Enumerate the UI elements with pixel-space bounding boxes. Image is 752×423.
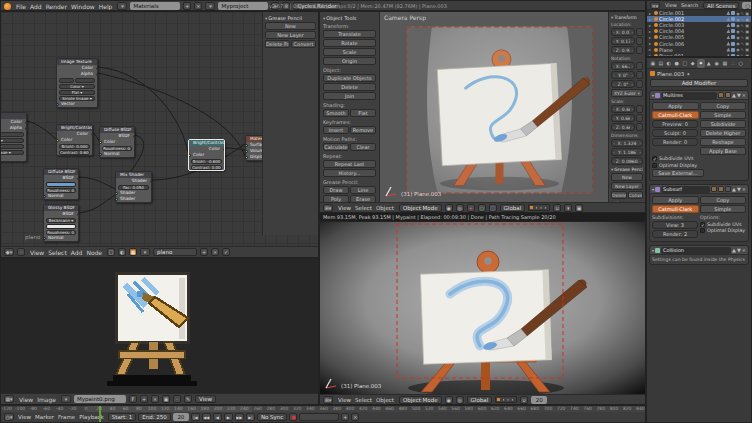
renderability-camera-icon[interactable]: ▣ bbox=[745, 29, 749, 34]
manipulator-translate-icon[interactable]: + bbox=[467, 204, 475, 212]
menu-item-view[interactable]: View bbox=[17, 396, 35, 403]
copy-button[interactable]: Copy bbox=[700, 196, 747, 204]
button-rotate[interactable]: Rotate bbox=[323, 39, 376, 47]
node-bright-contrast[interactable]: Bright/ContrastColorColorBright: 0.000Co… bbox=[56, 124, 93, 156]
button-remove[interactable]: Remove bbox=[350, 126, 376, 134]
search-input[interactable]: ○ bbox=[742, 2, 751, 9]
button-new-layer[interactable]: New Layer bbox=[611, 182, 643, 190]
selectability-arrow-icon[interactable]: ↖ bbox=[741, 35, 744, 40]
insert-keyframe-icon[interactable]: + bbox=[341, 413, 349, 421]
material-browse-icon[interactable]: ▾ bbox=[140, 248, 150, 256]
new-image-button[interactable]: + bbox=[140, 395, 148, 403]
menu-item-select[interactable]: Select bbox=[353, 397, 374, 403]
lock-icon[interactable] bbox=[636, 28, 643, 36]
jump-to-end-button[interactable]: ▶| bbox=[246, 413, 255, 421]
move-down-icon[interactable]: ▼ bbox=[737, 186, 741, 192]
subdivide-uvs-checkbox[interactable]: ✓Subdivide UVs bbox=[652, 156, 746, 161]
value-slider-y-1-186[interactable]: ‹Y: 1.186› bbox=[611, 148, 643, 156]
apply-base-button[interactable]: Apply Base bbox=[700, 147, 746, 155]
compositing-mode-icon[interactable]: ▦ bbox=[129, 248, 137, 256]
delete-modifier-icon[interactable]: × bbox=[742, 186, 746, 192]
menu-item-frame[interactable]: Frame bbox=[56, 414, 77, 420]
value-slider-z-0-08602[interactable]: ‹Z: 0.08602› bbox=[611, 157, 643, 165]
view-subdivisions-field[interactable]: View: 3 bbox=[652, 221, 698, 229]
output-socket[interactable] bbox=[223, 148, 225, 151]
image-display-mode-select[interactable]: View bbox=[195, 395, 216, 403]
save-external-button[interactable]: Save External... bbox=[652, 169, 704, 177]
selectability-arrow-icon[interactable]: ↖ bbox=[741, 29, 744, 34]
screen-browse-icon[interactable]: ▾ bbox=[117, 2, 127, 10]
node-mix-shader[interactable]: Mix ShaderShaderFac: 0.050ShaderShader bbox=[115, 171, 152, 203]
samples-field[interactable]: 20 bbox=[531, 396, 547, 404]
menu-item-select[interactable]: Select bbox=[353, 205, 374, 211]
editor-type-timeline-icon[interactable]: ◷▾ bbox=[4, 413, 14, 421]
add-screen-button[interactable]: + bbox=[183, 2, 191, 10]
subdivide-uvs-checkbox[interactable]: ✓Subdivide UVs bbox=[700, 222, 746, 227]
lock-icon[interactable] bbox=[636, 71, 643, 79]
modifier-name-field[interactable]: Subsurf bbox=[661, 186, 710, 193]
selectability-arrow-icon[interactable]: ↖ bbox=[741, 11, 744, 16]
button-flat[interactable]: Flat bbox=[350, 109, 376, 117]
button-poly[interactable]: Poly bbox=[323, 195, 349, 202]
layers-widget[interactable] bbox=[528, 204, 550, 211]
selectability-arrow-icon[interactable]: ↖ bbox=[741, 17, 744, 22]
button-translate[interactable]: Translate bbox=[323, 30, 376, 38]
visibility-eye-icon[interactable]: ◉ bbox=[736, 23, 740, 28]
lock-icon[interactable] bbox=[636, 46, 643, 54]
input-socket[interactable] bbox=[44, 195, 46, 198]
button-scale[interactable]: Scale bbox=[323, 48, 376, 56]
menu-item-view[interactable]: View bbox=[16, 414, 33, 420]
value-slider-x-66-224[interactable]: ‹X: 66.224°› bbox=[611, 62, 635, 70]
simple-toggle[interactable]: Simple bbox=[700, 111, 747, 119]
move-down-icon[interactable]: ▼ bbox=[737, 247, 741, 253]
end-frame-field[interactable]: End: 250 bbox=[138, 413, 171, 421]
lock-icon[interactable] bbox=[636, 123, 643, 131]
scene-name-field[interactable]: Myproject bbox=[218, 2, 268, 10]
expand-icon[interactable]: ▸ bbox=[649, 23, 653, 28]
properties-tab-world-icon[interactable]: ● bbox=[673, 59, 681, 68]
expand-icon[interactable]: ▸ bbox=[649, 41, 653, 46]
dropdown-xyz-euler[interactable]: XYZ Euler▾ bbox=[611, 89, 643, 97]
node-glossy-bsdf[interactable]: Glossy BSDFBSDFBeckmann ▾Roughness: 0.00… bbox=[43, 204, 79, 242]
renderability-camera-icon[interactable]: ▣ bbox=[745, 23, 749, 28]
snap-element-icon[interactable]: ▾ bbox=[564, 204, 572, 212]
menu-item-add[interactable]: Add bbox=[28, 3, 44, 10]
input-socket[interactable] bbox=[246, 144, 248, 147]
modifier-name-field[interactable]: Multires bbox=[661, 92, 717, 99]
menu-item-view[interactable]: View bbox=[336, 397, 353, 403]
input-socket[interactable] bbox=[100, 153, 102, 156]
viewport-shading-icon[interactable]: ◉ bbox=[445, 204, 453, 212]
properties-tab-data-icon[interactable]: ▲ bbox=[705, 59, 713, 68]
editor-type-node-icon[interactable]: ◆▾ bbox=[4, 248, 14, 256]
panel-header-transform[interactable]: ▾Transform bbox=[611, 15, 643, 20]
manipulator-scale-icon[interactable]: □ bbox=[489, 204, 497, 212]
properties-tab-render-icon[interactable]: ▣ bbox=[649, 59, 657, 68]
button-history[interactable]: History... bbox=[323, 169, 376, 177]
render-visibility-toggle[interactable] bbox=[711, 186, 717, 192]
node-canvas[interactable]: Image TextureColorAlphaColor ▾Flat ▾Sing… bbox=[1, 12, 318, 246]
current-frame-field[interactable]: 20 bbox=[173, 413, 189, 421]
button-new[interactable]: New bbox=[611, 173, 643, 181]
input-socket[interactable] bbox=[246, 156, 248, 159]
input-socket[interactable] bbox=[57, 103, 59, 106]
menu-item-playback[interactable]: Playback bbox=[77, 414, 106, 420]
copy-button[interactable]: Copy bbox=[700, 102, 747, 110]
collapse-icon[interactable]: ▾ bbox=[652, 187, 654, 192]
input-socket[interactable] bbox=[100, 141, 102, 144]
output-socket[interactable] bbox=[77, 177, 79, 180]
viewport-shading-icon[interactable]: ◉ bbox=[445, 396, 453, 404]
lock-icon[interactable] bbox=[636, 80, 643, 88]
button-insert[interactable]: Insert bbox=[323, 126, 349, 134]
expand-icon[interactable]: ▸ bbox=[649, 35, 653, 40]
image-name-field[interactable]: Mypaint0.png bbox=[74, 395, 126, 403]
shader-world-mode-icon[interactable]: ◐ bbox=[118, 248, 126, 256]
pin-icon[interactable]: ◦ bbox=[17, 248, 25, 256]
transform-orientation-select[interactable]: Global bbox=[500, 204, 526, 212]
button-line[interactable]: Line bbox=[350, 186, 376, 194]
layers-widget[interactable] bbox=[495, 396, 517, 403]
move-up-icon[interactable]: ▲ bbox=[732, 247, 736, 253]
properties-tab-modifiers-icon[interactable]: ✦ bbox=[697, 59, 705, 68]
button-calculate[interactable]: Calculate bbox=[323, 143, 349, 151]
node-image-texture[interactable]: Image TextureColorAlphaColor ▾Flat ▾Sing… bbox=[0, 112, 27, 162]
visibility-eye-icon[interactable]: ◉ bbox=[736, 41, 740, 46]
